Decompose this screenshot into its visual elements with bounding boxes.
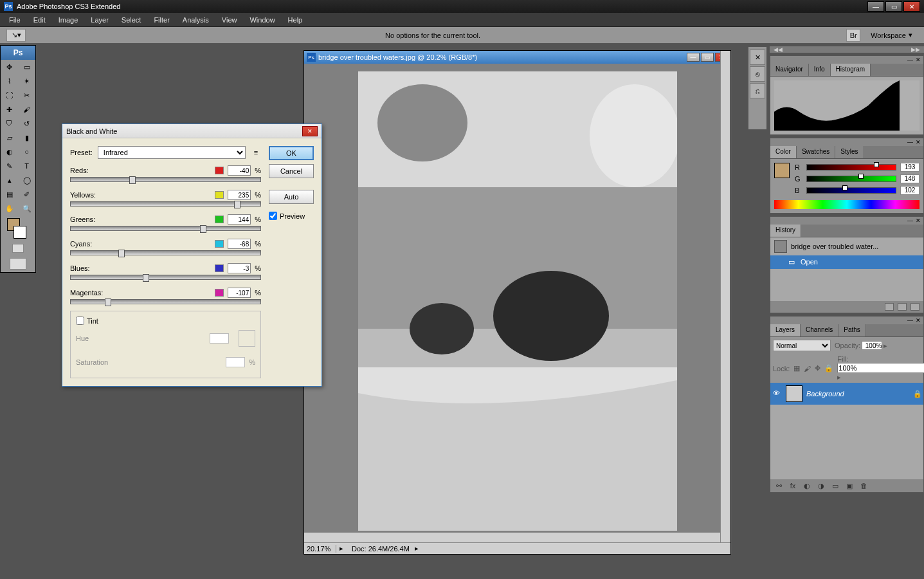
preset-menu-icon[interactable]: ≡: [251, 147, 261, 158]
expand-icon[interactable]: ▶▶: [911, 46, 920, 53]
slider-thumb[interactable]: [118, 250, 125, 257]
color-fg-swatch[interactable]: [774, 163, 790, 178]
auto-button[interactable]: Auto: [269, 190, 314, 204]
slider-track[interactable]: [70, 299, 261, 304]
canvas-area[interactable]: [304, 64, 730, 542]
mask-icon[interactable]: ◐: [802, 482, 811, 490]
path-select-tool[interactable]: ▴: [1, 173, 18, 187]
lock-paint-icon[interactable]: 🖌: [804, 365, 811, 372]
panel-min-icon[interactable]: —: [907, 217, 913, 224]
panel-close-icon[interactable]: ✕: [916, 139, 921, 145]
history-snapshot[interactable]: bridge over troubled water...: [770, 237, 923, 255]
color-spectrum[interactable]: [774, 200, 919, 209]
preset-select[interactable]: Infrared: [98, 146, 246, 159]
delete-layer-icon[interactable]: 🗑: [859, 482, 868, 490]
tab-swatches[interactable]: Swatches: [797, 146, 835, 158]
fill-field[interactable]: [837, 363, 924, 373]
g-slider[interactable]: [806, 176, 896, 182]
slider-thumb[interactable]: [200, 225, 206, 233]
pen-tool[interactable]: ✎: [1, 159, 18, 173]
zoom-tool[interactable]: 🔍: [18, 201, 35, 216]
new-snapshot-icon[interactable]: [898, 303, 907, 311]
notes-tool[interactable]: ▤: [1, 187, 18, 201]
dialog-titlebar[interactable]: Black and White ✕: [62, 124, 322, 138]
menu-analysis[interactable]: Analysis: [176, 14, 215, 26]
tab-paths[interactable]: Paths: [838, 324, 866, 336]
cancel-button[interactable]: Cancel: [269, 164, 314, 178]
strip-button-1[interactable]: ✕: [750, 50, 765, 65]
background-color[interactable]: [14, 226, 26, 239]
adjustment-icon[interactable]: ◑: [817, 482, 826, 490]
new-doc-from-state-icon[interactable]: [885, 303, 894, 311]
eraser-tool[interactable]: ▱: [1, 131, 18, 145]
visibility-icon[interactable]: 👁: [773, 389, 782, 398]
tab-channels[interactable]: Channels: [801, 324, 838, 336]
marquee-tool[interactable]: ▭: [18, 60, 35, 74]
slider-thumb[interactable]: [105, 299, 111, 306]
preview-checkbox[interactable]: [269, 212, 277, 220]
b-slider[interactable]: [806, 187, 896, 194]
doc-info[interactable]: Doc: 26.4M/26.4M: [347, 545, 415, 553]
shape-tool[interactable]: ◯: [18, 173, 35, 187]
r-value[interactable]: 193: [900, 163, 919, 172]
workspace-dropdown[interactable]: Workspace▾: [865, 30, 918, 41]
slider-track[interactable]: [70, 250, 261, 255]
vertical-scrollbar[interactable]: [720, 51, 730, 542]
menu-help[interactable]: Help: [282, 14, 309, 26]
slider-value-field[interactable]: -3: [228, 263, 251, 273]
quick-select-tool[interactable]: ✶: [18, 74, 35, 88]
menu-filter[interactable]: Filter: [147, 14, 176, 26]
new-layer-icon[interactable]: ▣: [845, 482, 854, 490]
doc-maximize-button[interactable]: ▭: [701, 53, 714, 62]
slider-value-field[interactable]: -68: [228, 239, 251, 249]
eyedropper-tool[interactable]: ✐: [18, 187, 35, 201]
group-icon[interactable]: ▭: [831, 482, 840, 490]
tab-navigator[interactable]: Navigator: [770, 64, 809, 76]
slider-track[interactable]: [70, 177, 261, 182]
layer-background[interactable]: 👁 Background 🔒: [770, 383, 923, 405]
slider-thumb[interactable]: [234, 201, 240, 208]
brush-tool[interactable]: 🖌: [18, 102, 35, 116]
fx-icon[interactable]: fx: [788, 482, 797, 490]
panel-min-icon[interactable]: —: [907, 139, 913, 145]
maximize-button[interactable]: ▭: [885, 1, 902, 12]
lock-trans-icon[interactable]: ▦: [793, 364, 800, 372]
slider-thumb[interactable]: [143, 274, 149, 282]
opacity-chevron-icon[interactable]: ▸: [883, 342, 887, 350]
lasso-tool[interactable]: ⌇: [1, 74, 18, 88]
b-value[interactable]: 102: [900, 186, 919, 195]
standard-mode-icon[interactable]: [12, 244, 24, 253]
minimize-button[interactable]: —: [867, 1, 884, 12]
delete-state-icon[interactable]: [910, 303, 919, 311]
history-step-open[interactable]: ▭ Open: [770, 255, 923, 269]
collapse-icon[interactable]: ◀◀: [774, 46, 783, 53]
tint-checkbox[interactable]: [76, 317, 84, 325]
slice-tool[interactable]: ✂: [18, 88, 35, 102]
slider-value-field[interactable]: 144: [228, 214, 251, 225]
menu-layer[interactable]: Layer: [84, 14, 115, 26]
slider-value-field[interactable]: 235: [228, 190, 251, 200]
panel-close-icon[interactable]: ✕: [916, 57, 921, 63]
gradient-tool[interactable]: ▮: [18, 131, 35, 145]
strip-button-2[interactable]: ⎋: [750, 66, 765, 82]
tab-histogram[interactable]: Histogram: [831, 64, 871, 76]
doc-minimize-button[interactable]: —: [687, 53, 700, 62]
slider-track[interactable]: [70, 226, 261, 231]
menu-window[interactable]: Window: [243, 14, 281, 26]
canvas-image[interactable]: [358, 71, 677, 531]
status-chevron-icon[interactable]: ▸: [415, 544, 419, 553]
panel-close-icon[interactable]: ✕: [916, 217, 921, 224]
slider-value-field[interactable]: -40: [228, 165, 251, 176]
g-value[interactable]: 148: [900, 174, 919, 183]
tab-history[interactable]: History: [770, 225, 801, 237]
tab-info[interactable]: Info: [809, 64, 831, 76]
blur-tool[interactable]: ◐: [1, 145, 18, 159]
hand-tool[interactable]: ✋: [1, 201, 18, 216]
panel-close-icon[interactable]: ✕: [916, 317, 921, 324]
stamp-tool[interactable]: ⛉: [1, 116, 18, 131]
document-titlebar[interactable]: Ps bridge over troubled waters.jpg @ 20.…: [304, 51, 730, 64]
current-tool-icon[interactable]: ↘▾: [6, 29, 26, 42]
history-brush-tool[interactable]: ↺: [18, 116, 35, 131]
slider-track[interactable]: [70, 201, 261, 207]
panel-min-icon[interactable]: —: [907, 57, 913, 63]
